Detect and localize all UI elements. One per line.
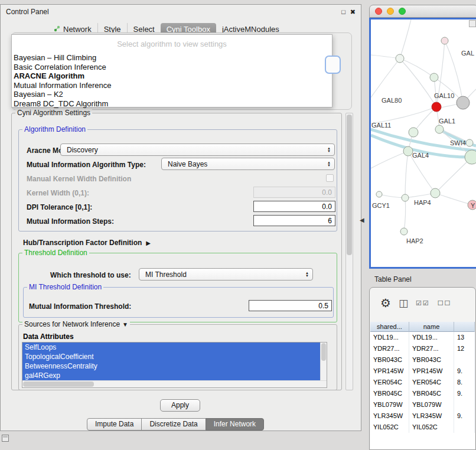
apply-button[interactable]: Apply: [160, 399, 200, 412]
network-node[interactable]: [400, 228, 407, 235]
tab-discretize-data[interactable]: Discretize Data: [141, 418, 206, 431]
select-all-icon[interactable]: ☑☑: [416, 300, 430, 306]
tab-impute-data[interactable]: Impute Data: [87, 418, 142, 431]
data-attributes-listbox[interactable]: SelfLoopsTopologicalCoefficientBetweenne…: [22, 342, 327, 388]
list-vertical-scrollbar[interactable]: [320, 343, 327, 380]
sources-group-title[interactable]: Sources for Network Inference ▼: [22, 320, 130, 328]
table-cell: YBL079W: [409, 399, 454, 410]
network-edge[interactable]: [400, 19, 411, 58]
network-node[interactable]: [465, 150, 476, 164]
network-node[interactable]: [457, 96, 470, 109]
network-window-titlebar[interactable]: [369, 5, 476, 18]
gear-icon[interactable]: ⚙: [380, 297, 391, 309]
column-header[interactable]: shared...: [370, 322, 409, 332]
attribute-item[interactable]: BetweennessCentrality: [22, 361, 320, 371]
network-node[interactable]: [409, 128, 418, 137]
column-header[interactable]: name: [409, 322, 454, 332]
table-cell: YBR045C: [409, 388, 454, 399]
network-node[interactable]: [430, 73, 438, 81]
manual-kernel-width-checkbox[interactable]: [326, 174, 334, 182]
settings-scrollbar[interactable]: [345, 113, 353, 390]
bottom-tab-bar: Impute DataDiscretize DataInfer Network: [87, 418, 264, 431]
dpi-tolerance-field[interactable]: [253, 201, 335, 212]
table-row[interactable]: YBR043CYBR043C: [370, 354, 475, 366]
network-node[interactable]: [403, 146, 413, 156]
network-node[interactable]: [466, 139, 473, 146]
mi-algorithm-type-select[interactable]: Naive Bayes ▲▼: [161, 158, 335, 170]
table-cell: YBR043C: [409, 354, 454, 366]
hub-definition-label: Hub/Transcription Factor Definition: [23, 239, 142, 247]
network-node[interactable]: [402, 194, 409, 201]
network-edge[interactable]: [435, 157, 472, 193]
close-button[interactable]: [375, 8, 382, 15]
kernel-width-field[interactable]: [253, 187, 335, 198]
attribute-item[interactable]: TopologicalCoefficient: [22, 352, 320, 361]
table-row[interactable]: YBL079WYBL079W: [370, 399, 475, 410]
network-edge[interactable]: [405, 151, 408, 198]
network-edge[interactable]: [400, 58, 434, 77]
attribute-item[interactable]: SelfLoops: [22, 343, 320, 352]
algorithm-option[interactable]: Bayesian – K2: [12, 90, 332, 99]
algorithm-option[interactable]: Basic Correlation Inference: [12, 63, 332, 72]
column-header[interactable]: [454, 322, 475, 332]
table-row[interactable]: YDL19...YDL19...13: [370, 332, 475, 343]
network-view[interactable]: GAL80GAL10GALGAL11GAL1SWI4GAL4GCY1HAP4HA…: [369, 18, 476, 269]
network-edge[interactable]: [435, 193, 472, 205]
attribute-item[interactable]: gal4RGexp: [22, 371, 320, 380]
network-node[interactable]: [441, 37, 448, 44]
algorithm-option[interactable]: Dream8 DC_TDC Algorithm: [12, 99, 332, 109]
scrollbar-thumb[interactable]: [321, 343, 326, 361]
network-node[interactable]: [432, 102, 441, 112]
mi-threshold-label: Mutual Information Threshold:: [29, 302, 131, 311]
list-horizontal-scrollbar[interactable]: [22, 380, 327, 387]
mi-steps-field[interactable]: [253, 215, 335, 226]
close-icon[interactable]: ✖: [350, 9, 356, 15]
table-row[interactable]: YIL052CYIL052C: [370, 422, 475, 433]
birdseye-toggle-icon[interactable]: [469, 20, 476, 27]
network-edge[interactable]: [404, 198, 406, 231]
table-row[interactable]: YDR27...YDR27...12: [370, 343, 475, 354]
algorithm-dropdown-list: Bayesian – Hill ClimbingBasic Correlatio…: [12, 53, 332, 108]
table-row[interactable]: YLR345WYLR345W9.: [370, 410, 475, 422]
algorithm-dropdown[interactable]: Select algorithm to view settings Bayesi…: [11, 34, 332, 107]
network-node[interactable]: [396, 54, 404, 63]
table-row[interactable]: YPR145WYPR145W9.: [370, 366, 475, 377]
float-icon[interactable]: □: [341, 9, 345, 15]
network-edge[interactable]: [379, 194, 405, 198]
minimized-panel-icon[interactable]: [2, 435, 9, 442]
splitter-collapse-icon[interactable]: ◀: [360, 217, 364, 223]
network-node[interactable]: [435, 125, 444, 133]
data-attributes-list: SelfLoopsTopologicalCoefficientBetweenne…: [22, 343, 320, 380]
data-attributes-label: Data Attributes: [23, 332, 74, 341]
insert-column-icon[interactable]: ◫: [399, 298, 408, 308]
network-canvas[interactable]: GAL80GAL10GALGAL11GAL1SWI4GAL4GCY1HAP4HA…: [371, 19, 476, 269]
table-row[interactable]: YER054CYER054C8.: [370, 377, 475, 388]
scrollbar-thumb[interactable]: [23, 381, 94, 387]
algorithm-option[interactable]: ARACNE Algorithm: [12, 71, 332, 81]
network-edge[interactable]: [371, 58, 400, 97]
node-label: GAL11: [371, 122, 391, 129]
algorithm-option[interactable]: Bayesian – Hill Climbing: [12, 53, 332, 63]
node-label: HAP4: [414, 199, 431, 206]
help-button[interactable]: [325, 56, 341, 74]
aracne-mode-select[interactable]: Discovery ▲▼: [60, 144, 335, 156]
table-cell: 8.: [454, 377, 475, 388]
algorithm-option[interactable]: Mutual Information Inference: [12, 81, 332, 90]
network-node[interactable]: [376, 191, 382, 197]
cyni-settings-title: Cyni Algorithm Settings: [15, 109, 92, 117]
tab-infer-network[interactable]: Infer Network: [206, 418, 264, 431]
network-node[interactable]: [431, 188, 440, 198]
node-label: Y: [471, 202, 475, 209]
algorithm-dropdown-placeholder: Select algorithm to view settings: [12, 35, 332, 53]
network-edge[interactable]: [371, 107, 436, 123]
network-edge[interactable]: [371, 151, 408, 168]
zoom-button[interactable]: [399, 8, 406, 15]
which-threshold-select[interactable]: MI Threshold ▲▼: [139, 268, 313, 281]
clear-selection-icon[interactable]: ☐☐: [438, 300, 452, 306]
table-row[interactable]: YBR045CYBR045C9.: [370, 388, 475, 399]
network-edge[interactable]: [400, 58, 436, 107]
mi-threshold-field[interactable]: [249, 300, 332, 311]
minimize-button[interactable]: [387, 8, 394, 15]
hub-definition-expander[interactable]: Hub/Transcription Factor Definition ▶: [23, 239, 151, 247]
scrollbar-thumb[interactable]: [347, 115, 352, 255]
